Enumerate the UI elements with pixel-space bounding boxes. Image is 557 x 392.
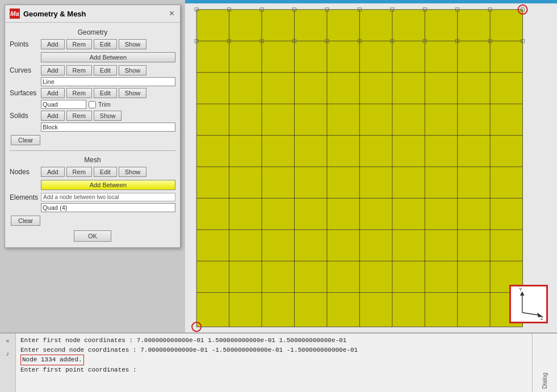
console-line2-coords: 7.000000000000e-01 -1.500000000000e-01 -… <box>140 347 358 353</box>
nodes-label: Nodes <box>10 168 39 176</box>
section-divider <box>10 150 175 151</box>
points-add-button[interactable]: Add <box>41 39 65 49</box>
console-line2-label: Enter second node coordinates : <box>20 347 137 353</box>
dialog-panel: Ma Geometry & Mesh × Geometry Points Add… <box>5 5 181 248</box>
curves-line-row: Line <box>10 77 175 86</box>
ok-row: OK <box>10 228 175 244</box>
line-dropdown[interactable]: Line <box>41 77 175 86</box>
points-edit-button[interactable]: Edit <box>94 39 117 49</box>
nodes-add-between-row: Add Between <box>10 179 175 191</box>
mesh-grid-svg <box>185 3 557 332</box>
console-line4-label: Enter first point coordinates : <box>20 366 137 373</box>
block-dropdown[interactable]: Block <box>41 123 175 132</box>
console-line-3: Node 1334 added. <box>20 355 527 365</box>
console-close-icon[interactable]: × <box>3 336 13 346</box>
nodes-edit-button[interactable]: Edit <box>94 167 117 177</box>
ok-button[interactable]: OK <box>74 230 111 242</box>
points-add-between-button[interactable]: Add Between <box>41 52 175 62</box>
solids-rem-button[interactable]: Rem <box>66 111 92 121</box>
curves-add-button[interactable]: Add <box>41 65 65 75</box>
solids-block-row: Block <box>10 123 175 132</box>
main-area: Ma Geometry & Mesh × Geometry Points Add… <box>0 0 557 392</box>
top-section: Ma Geometry & Mesh × Geometry Points Add… <box>0 0 557 332</box>
nodes-show-button[interactable]: Show <box>119 167 147 177</box>
dialog-tab-label[interactable]: Dialog <box>541 370 549 391</box>
nodes-add-between-button[interactable]: Add Between <box>41 180 175 190</box>
dialog-body: Geometry Points Add Rem Edit Show Add Be… <box>5 23 180 247</box>
geometry-section-header: Geometry <box>10 26 175 37</box>
surfaces-add-button[interactable]: Add <box>41 88 65 98</box>
console-line3-text: Node 1334 added. <box>20 355 84 365</box>
dialog-title: Geometry & Mesh <box>23 10 168 18</box>
trim-label: Trim <box>98 101 111 108</box>
surfaces-row: Surfaces Add Rem Edit Show <box>10 88 175 98</box>
solids-row: Solids Add Rem Show <box>10 111 175 121</box>
axis-box: Y Z <box>509 285 548 323</box>
trim-row: Quad Trim <box>41 100 111 109</box>
elements-label: Elements <box>10 193 39 201</box>
surfaces-show-button[interactable]: Show <box>119 88 147 98</box>
console-sidebar: × ♪ <box>0 334 16 392</box>
nodes-add-button[interactable]: Add <box>41 167 65 177</box>
dialog-close-button[interactable]: × <box>168 9 175 18</box>
quad4-dropdown-container: Quad (4) <box>41 203 175 212</box>
dialog-icon: Ma <box>10 9 20 19</box>
curves-row: Curves Add Rem Edit Show <box>10 65 175 75</box>
console-note-icon[interactable]: ♪ <box>3 348 13 359</box>
surfaces-quad-row: Quad Trim <box>10 100 175 109</box>
console-area: × ♪ Enter first node coordinates : 7.000… <box>0 332 557 392</box>
quad-dropdown[interactable]: Quad <box>41 100 86 109</box>
solids-label: Solids <box>10 112 39 120</box>
surfaces-rem-button[interactable]: Rem <box>66 88 92 98</box>
dialog-tab-area: Dialog <box>532 334 557 392</box>
clear-geometry-button[interactable]: Clear <box>11 135 40 145</box>
viewport: Y Z <box>185 0 557 332</box>
solids-add-button[interactable]: Add <box>41 111 65 121</box>
trim-checkbox[interactable] <box>89 101 96 108</box>
surfaces-label: Surfaces <box>10 89 39 97</box>
line-dropdown-container: Line <box>41 77 175 86</box>
dialog-titlebar: Ma Geometry & Mesh × <box>5 5 180 23</box>
console-content: Enter first node coordinates : 7.0000000… <box>16 334 532 392</box>
console-line-1: Enter first node coordinates : 7.0000000… <box>20 336 527 345</box>
elements-row: Elements <box>10 193 175 201</box>
console-line1-label: Enter first node coordinates : <box>20 337 133 344</box>
elements-tooltip-input[interactable] <box>41 193 175 201</box>
clear-mesh-button[interactable]: Clear <box>11 216 40 226</box>
solids-show-button[interactable]: Show <box>94 111 122 121</box>
curves-show-button[interactable]: Show <box>119 65 147 75</box>
points-label: Points <box>10 40 39 48</box>
curves-rem-button[interactable]: Rem <box>66 65 92 75</box>
surfaces-edit-button[interactable]: Edit <box>94 88 117 98</box>
curves-label: Curves <box>10 66 39 74</box>
curves-edit-button[interactable]: Edit <box>94 65 117 75</box>
quad4-dropdown[interactable]: Quad (4) <box>41 203 175 212</box>
points-row: Points Add Rem Edit Show <box>10 39 175 49</box>
console-line1-coords: 7.000000000000e-01 1.500000000000e-01 1.… <box>137 337 347 344</box>
block-dropdown-container: Block <box>41 123 175 132</box>
nodes-row: Nodes Add Rem Edit Show <box>10 167 175 177</box>
elements-quad4-row: Quad (4) <box>10 203 175 212</box>
svg-text:Z: Z <box>541 315 543 321</box>
points-rem-button[interactable]: Rem <box>66 39 92 49</box>
svg-text:Y: Y <box>519 286 522 292</box>
axis-svg: Y Z <box>510 286 547 322</box>
nodes-rem-button[interactable]: Rem <box>66 167 92 177</box>
mesh-section-header: Mesh <box>10 154 175 165</box>
console-line-4: Enter first point coordinates : <box>20 365 527 375</box>
points-add-between-row: Add Between <box>10 51 175 64</box>
console-line-2: Enter second node coordinates : 7.000000… <box>20 345 527 355</box>
points-show-button[interactable]: Show <box>119 39 147 49</box>
